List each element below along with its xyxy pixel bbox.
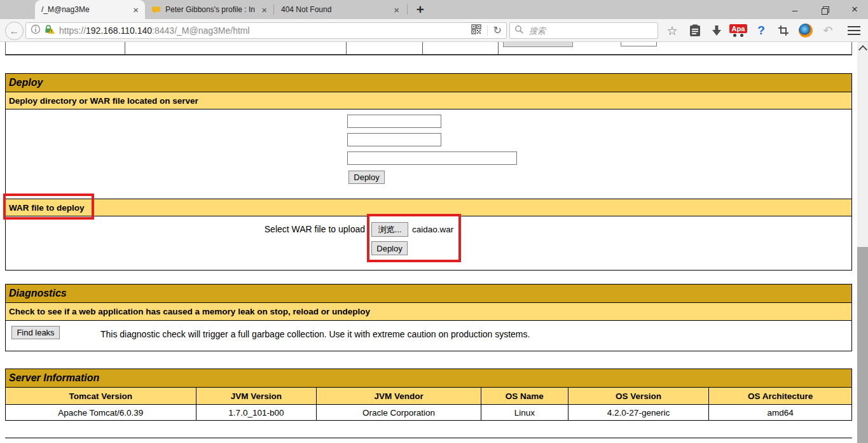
tab-bar: /_M@nag3Me × Peter Gibbons's profile : I… (0, 0, 868, 19)
server-info-header-row: Tomcat Version JVM Version JVM Vendor OS… (6, 388, 851, 405)
idle-minutes-input-partial[interactable] (621, 42, 657, 46)
tab-manager[interactable]: /_M@nag3Me × (35, 0, 145, 19)
search-box[interactable] (509, 22, 658, 39)
refresh-icon[interactable]: ↻ (493, 25, 502, 36)
bookmark-star-icon[interactable]: ☆ (663, 19, 682, 42)
context-path-input[interactable] (347, 115, 441, 128)
server-info-value-row: Apache Tomcat/6.0.39 1.7.0_101-b00 Oracl… (6, 405, 851, 420)
tomcat-version-value: Apache Tomcat/6.0.39 (6, 405, 196, 420)
column-header: OS Name (481, 388, 568, 405)
column-header: OS Version (568, 388, 710, 405)
lock-warning-icon[interactable] (44, 24, 55, 37)
page-content: Deploy Deploy directory or WAR file loca… (0, 42, 857, 443)
restore-icon (822, 6, 828, 13)
annotation-box-war-header (3, 193, 94, 220)
back-button[interactable]: ← (5, 22, 24, 40)
new-tab-button[interactable]: + (412, 1, 429, 18)
url-scheme: https:// (59, 25, 86, 36)
diagnostics-warning-text: This diagnostic check will trigger a ful… (100, 328, 530, 341)
extension-badge: Apa (729, 24, 748, 37)
urlbar-divider (487, 25, 488, 36)
info-icon[interactable] (31, 24, 41, 37)
deploy-server-form: Context Path (required): XML Configurati… (6, 109, 851, 199)
os-version-value: 4.2.0-27-generic (568, 405, 710, 420)
undo-icon[interactable]: ↶ (818, 19, 838, 42)
tab-404[interactable]: 404 Not Found × (275, 0, 406, 19)
expire-sessions-button-partial[interactable] (503, 42, 573, 47)
back-icon: ← (10, 25, 20, 37)
diagnostics-header: Check to see if a web application has ca… (6, 303, 851, 321)
browser-window: /_M@nag3Me × Peter Gibbons's profile : I… (0, 0, 868, 443)
menu-icon[interactable] (843, 19, 865, 42)
tab-title: Peter Gibbons's profile : In (165, 5, 256, 14)
applications-table-partial (5, 42, 852, 55)
qr-code-icon[interactable] (471, 24, 481, 37)
annotation-box-upload-controls (367, 214, 461, 262)
tab-profile[interactable]: Peter Gibbons's profile : In × (145, 0, 273, 19)
tab-title: 404 Not Found (281, 5, 389, 14)
url-bar[interactable]: https://192.168.110.140:8443/_M@nag3Me/h… (25, 22, 507, 39)
column-header: JVM Vendor (317, 388, 481, 405)
server-info-section: Server Information Tomcat Version JVM Ve… (5, 369, 852, 421)
speech-bubble-icon (151, 5, 161, 15)
download-icon[interactable] (706, 19, 727, 42)
os-architecture-value: amd64 (709, 405, 851, 420)
diagnostics-body: Find leaks This diagnostic check will tr… (6, 321, 851, 351)
xml-config-url-input[interactable] (347, 133, 441, 146)
vertical-scrollbar[interactable] (857, 42, 868, 443)
close-icon[interactable]: × (133, 5, 139, 15)
navigation-toolbar: ← https://192.168.110.140:8443/_M@nag3Me… (0, 19, 868, 42)
tab-separator (407, 4, 408, 15)
tab-separator (273, 4, 274, 15)
bookmarks-panel-icon[interactable] (685, 19, 705, 42)
deploy-server-header: Deploy directory or WAR file located on … (6, 92, 851, 109)
url-path: :8443/_M@nag3Me/html (152, 25, 250, 36)
os-name-value: Linux (481, 405, 568, 420)
diagnostics-section: Diagnostics Check to see if a web applic… (5, 284, 852, 351)
footer-divider (5, 437, 852, 439)
help-icon[interactable]: ? (752, 19, 771, 42)
search-input[interactable] (528, 25, 653, 36)
firefox-icon[interactable] (795, 19, 816, 42)
restore-button[interactable] (815, 0, 835, 19)
jvm-vendor-value: Oracle Corporation (317, 405, 481, 420)
extension-apa-icon[interactable]: Apa (727, 19, 749, 42)
url-host: 192.168.110.140 (86, 25, 152, 36)
column-header: Tomcat Version (6, 388, 196, 405)
find-leaks-button[interactable]: Find leaks (11, 326, 60, 339)
diagnostics-title: Diagnostics (6, 285, 851, 303)
minimize-button[interactable]: – (785, 0, 805, 19)
war-directory-url-input[interactable] (347, 151, 517, 165)
column-header: JVM Version (196, 388, 317, 405)
deploy-title: Deploy (6, 74, 851, 92)
scrollbar-thumb[interactable] (857, 247, 868, 443)
server-info-title: Server Information (6, 369, 851, 388)
jvm-version-value: 1.7.0_101-b00 (196, 405, 317, 420)
tab-title: /_M@nag3Me (41, 5, 128, 14)
close-icon[interactable]: × (394, 5, 399, 15)
scroll-up-icon[interactable] (858, 45, 867, 54)
deploy-server-button[interactable]: Deploy (348, 171, 385, 184)
url-text[interactable]: https://192.168.110.140:8443/_M@nag3Me/h… (59, 25, 471, 36)
column-header: OS Architecture (709, 388, 851, 405)
select-war-label: Select WAR file to upload (265, 222, 365, 237)
search-icon (514, 25, 524, 37)
screenshot-crop-icon[interactable] (773, 19, 794, 42)
close-window-button[interactable]: × (844, 0, 865, 19)
close-icon[interactable]: × (261, 5, 267, 15)
